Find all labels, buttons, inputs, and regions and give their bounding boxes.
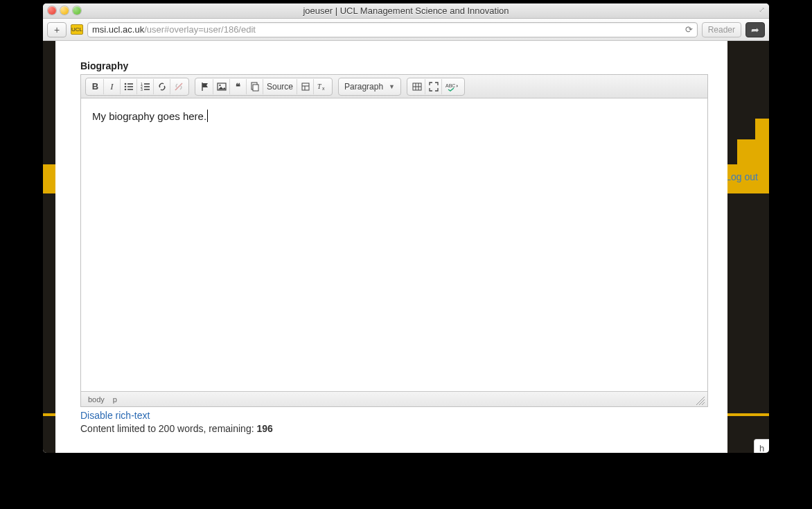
url-host: msi.ucl.ac.uk [92,24,144,35]
browser-window: joeuser | UCL Management Science and Inn… [43,3,769,453]
bg-decor [755,119,769,139]
remove-format-button[interactable]: Tx [314,79,330,94]
image-button[interactable] [213,79,230,94]
wysiwyg-editor: B I 123 [80,74,708,407]
table-icon [412,82,422,92]
templates-icon [301,82,310,92]
overlay-panel: Biography B I 123 [55,41,727,453]
svg-text:x: x [322,86,325,91]
link-button[interactable] [154,79,170,94]
biography-label: Biography [80,60,708,71]
source-button[interactable]: Source [263,79,297,94]
paste-icon [250,82,260,92]
italic-button[interactable]: I [104,79,121,94]
maximize-button[interactable] [425,79,442,94]
text-cursor [207,110,208,122]
toolbar-group-text: B I 123 [85,78,189,96]
toolbar-group-tools: ABC [407,78,465,96]
share-button[interactable]: ➦ [745,22,765,37]
logout-link[interactable]: Log out [725,171,758,182]
numbered-list-button[interactable]: 123 [137,79,154,94]
toolbar-group-insert: ❝ Source Tx [195,78,333,96]
flag-icon [200,82,210,92]
reload-button[interactable]: ⟳ [685,24,693,35]
remove-format-icon: Tx [317,82,327,92]
svg-text:T: T [317,83,322,90]
paragraph-format-dropdown[interactable]: Paragraph ▼ [338,78,401,96]
bg-decor [737,139,769,164]
minimize-window-button[interactable] [60,6,69,15]
editor-toolbar: B I 123 [81,75,707,98]
new-tab-button[interactable]: + [47,22,67,37]
templates-button[interactable] [297,79,314,94]
svg-rect-5 [127,89,133,90]
window-title: joeuser | UCL Management Science and Inn… [303,6,509,16]
editor-text: My biography goes here. [92,110,206,122]
list-ul-icon [124,82,134,92]
resize-grip-icon[interactable] [696,397,705,405]
url-path: /user#overlay=user/186/edit [144,24,256,35]
maximize-icon [429,82,439,92]
svg-rect-11 [144,89,150,90]
editor-footer: body p [81,391,707,406]
svg-point-2 [124,85,126,87]
svg-rect-3 [127,86,133,87]
word-limit-text: Content limited to 200 words, remaining:… [80,423,708,434]
elements-path-body[interactable]: body [88,395,105,404]
bold-button[interactable]: B [87,79,104,94]
svg-point-0 [124,83,126,85]
window-titlebar: joeuser | UCL Management Science and Inn… [43,3,769,19]
svg-text:ABC: ABC [445,83,455,88]
spellcheck-icon: ABC [445,82,459,92]
svg-point-4 [124,88,126,90]
unlink-button[interactable] [170,79,187,94]
site-favicon: UCL [71,24,83,35]
spellcheck-button[interactable]: ABC [442,79,463,94]
table-button[interactable] [409,79,425,94]
hidden-button-stub[interactable]: h [754,439,769,453]
page-viewport: Log out h Biography B I 123 [43,41,769,453]
disable-richtext-link[interactable]: Disable rich-text [80,410,150,421]
chevron-down-icon: ▼ [389,83,395,90]
svg-rect-9 [144,86,150,87]
svg-rect-18 [302,83,309,90]
anchor-button[interactable] [197,79,213,94]
url-toolbar: + UCL msi.ucl.ac.uk/user#overlay=user/18… [43,19,769,41]
blockquote-button[interactable]: ❝ [230,79,247,94]
window-controls [48,6,81,15]
url-field[interactable]: msi.ucl.ac.uk/user#overlay=user/186/edit… [87,22,698,37]
svg-rect-17 [253,85,258,91]
words-remaining: 196 [256,423,272,434]
image-icon [217,82,227,92]
close-window-button[interactable] [48,6,56,15]
editor-content-area[interactable]: My biography goes here. [81,98,707,391]
elements-path-p[interactable]: p [113,395,117,404]
link-icon [157,82,167,92]
bulleted-list-button[interactable] [121,79,137,94]
svg-text:3: 3 [141,87,143,91]
unlink-icon [174,82,184,92]
svg-rect-1 [127,83,133,85]
svg-point-15 [219,84,220,85]
zoom-window-button[interactable] [73,6,81,15]
svg-rect-7 [144,83,150,85]
paste-from-word-button[interactable] [247,79,263,94]
reader-button[interactable]: Reader [702,22,741,37]
list-ol-icon: 123 [141,82,150,92]
paragraph-label: Paragraph [344,82,383,92]
fullscreen-icon[interactable]: ⤢ [759,6,765,15]
